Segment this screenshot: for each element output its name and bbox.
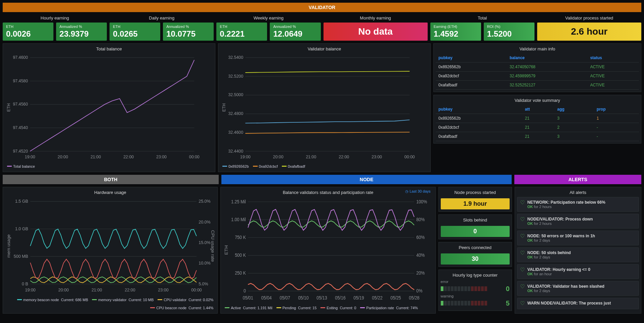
svg-text:97.4560: 97.4560 [13, 102, 28, 107]
svg-text:32.5200: 32.5200 [228, 74, 243, 79]
time-range-link[interactable]: ◷ Last 30 days [405, 189, 430, 194]
alert-item[interactable]: ♡ VALIDATOR: Validator has been slashed … [517, 281, 639, 296]
panel-vote-summary: Validator vote summary pubkeyattaggprop0… [433, 95, 641, 144]
svg-text:97.4520: 97.4520 [13, 149, 28, 154]
error-count: 0 [502, 285, 510, 293]
svg-text:32.4600: 32.4600 [228, 130, 243, 135]
svg-text:20:00: 20:00 [58, 287, 69, 292]
chart-participation: 0250 K500 K750 K1.00 Mil1.25 Mil0%20%40%… [223, 197, 433, 303]
alerts-list: ♡ NETWORK: Participation rate below 66% … [517, 197, 639, 311]
slots-value: 0 [441, 226, 510, 237]
svg-text:05/19: 05/19 [354, 295, 364, 300]
svg-text:22:00: 22:00 [123, 155, 134, 159]
panel-title: Hardware usage [5, 189, 215, 196]
stat-daily-ann: Annualized % 10.0775 [163, 23, 214, 41]
svg-text:97.4540: 97.4540 [13, 125, 28, 130]
banner-node: NODE [221, 175, 512, 184]
stat-title-daily: Daily earning [110, 15, 214, 21]
svg-text:21:00: 21:00 [306, 155, 316, 159]
peers-value: 30 [441, 253, 510, 265]
svg-text:1.25 Mil: 1.25 Mil [231, 199, 246, 204]
panel-total-balance[interactable]: Total balance 97.452097.454097.456097.45… [3, 43, 215, 172]
svg-text:20:00: 20:00 [273, 155, 284, 159]
alert-item[interactable]: ♡ WARN NODE/VALIDATOR: The process just [517, 298, 639, 309]
chart-total-balance: 97.452097.454097.456097.458097.460019:00… [5, 53, 213, 162]
svg-text:05/13: 05/13 [317, 295, 327, 300]
panel-participation[interactable]: Balance validators status and participat… [220, 187, 435, 314]
legend: memory beacon node Current: 686 MBmemory… [5, 296, 215, 311]
svg-text:250 K: 250 K [235, 270, 246, 276]
svg-text:60%: 60% [416, 235, 425, 240]
legend: Active Current: 1.191 MilPending Current… [223, 305, 433, 311]
svg-text:19:00: 19:00 [240, 155, 251, 159]
stat-title-monthly: Monthly earning [324, 15, 428, 21]
warn-count: 5 [502, 299, 510, 307]
svg-text:19:00: 19:00 [25, 155, 35, 159]
node-process-value: 1.9 hour [441, 198, 510, 209]
stat-hourly-eth: ETH 0.0026 [3, 23, 53, 41]
stat-title-weekly: Weekly earning [216, 15, 320, 21]
svg-text:05/04: 05/04 [261, 295, 272, 300]
svg-text:00:00: 00:00 [404, 155, 415, 159]
panel-slots-behind: Slots behind 0 [438, 214, 512, 239]
stat-title-hourly: Hourly earning [3, 15, 107, 21]
svg-text:23:00: 23:00 [156, 155, 167, 159]
svg-text:ETH: ETH [224, 245, 229, 255]
svg-text:32.4400: 32.4400 [228, 149, 243, 154]
svg-text:00:00: 00:00 [189, 155, 200, 159]
heart-icon: ♡ [520, 250, 525, 256]
svg-text:05/07: 05/07 [280, 295, 290, 300]
heart-icon: ♡ [520, 284, 525, 289]
gauge-error [441, 286, 500, 291]
chart-validator-balance: 32.440032.460032.480032.500032.520032.54… [220, 53, 428, 162]
table-main-info: pubkeybalancestatus0x8926562b32.47405076… [436, 53, 639, 90]
panel-alerts: All alerts ♡ NETWORK: Participation rate… [515, 187, 641, 314]
banner-alerts: ALERTS [514, 175, 641, 184]
svg-text:1.00 Mil: 1.00 Mil [231, 217, 246, 222]
stat-total-earn: Earning (ETH) 1.4592 [430, 23, 481, 41]
svg-text:05/22: 05/22 [372, 295, 383, 300]
gauge-warn [441, 301, 500, 306]
svg-text:20:00: 20:00 [58, 155, 68, 159]
panel-main-info: Validator main info pubkeybalancestatus0… [433, 43, 641, 92]
svg-text:19:00: 19:00 [25, 287, 35, 292]
panel-title: All alerts [517, 189, 639, 196]
panel-hardware[interactable]: Hardware usage 0 B500 MB1.0 GB1.5 GB5.0%… [3, 187, 218, 314]
svg-text:22:00: 22:00 [125, 287, 135, 292]
svg-text:500 K: 500 K [235, 252, 246, 258]
panel-node-process: Node process started 1.9 hour [438, 187, 512, 212]
alert-item[interactable]: ♡ NODE: 50 errors or 100 warns in 1h OK … [517, 231, 639, 245]
svg-text:5.0%: 5.0% [199, 281, 208, 286]
alert-item[interactable]: ♡ NETWORK: Participation rate below 66% … [517, 197, 639, 212]
svg-text:23:00: 23:00 [372, 155, 382, 159]
panel-title: Validator main info [436, 46, 639, 52]
svg-text:mem usage: mem usage [6, 234, 11, 257]
svg-text:ETH: ETH [6, 104, 11, 112]
alert-item[interactable]: ♡ NODE: 50 slots behind OK for 2 days [517, 247, 639, 262]
banner-both: BOTH [3, 175, 219, 184]
alert-item[interactable]: ♡ NODE/VALIDATOR: Process down OK for 2 … [517, 214, 639, 229]
stat-daily-eth: ETH 0.0265 [110, 23, 160, 41]
panel-title: Balance validators status and participat… [223, 189, 433, 196]
svg-text:1.5 GB: 1.5 GB [15, 199, 28, 204]
svg-text:0 B: 0 B [22, 281, 28, 286]
svg-text:32.4800: 32.4800 [228, 111, 243, 116]
svg-text:0: 0 [244, 288, 246, 293]
table-vote-summary: pubkeyattaggprop0x8926562b21310xa92dcbcf… [436, 105, 639, 141]
svg-text:22:00: 22:00 [339, 155, 349, 159]
panel-title: Total balance [5, 46, 213, 52]
panel-validator-balance[interactable]: Validator balance 32.440032.460032.48003… [218, 43, 431, 172]
stat-weekly-ann: Annualized % 12.0649 [270, 23, 320, 41]
svg-text:23:00: 23:00 [158, 287, 168, 292]
svg-text:80%: 80% [416, 217, 425, 222]
stat-weekly-eth: ETH 0.2221 [216, 23, 267, 41]
svg-text:20.0%: 20.0% [199, 219, 210, 224]
svg-text:05/01: 05/01 [243, 295, 253, 300]
heart-icon: ♡ [520, 267, 525, 273]
alert-item[interactable]: ♡ VALIDATOR: Hourly earning <= 0 OK for … [517, 264, 639, 279]
stat-uptime: 2.6 hour [537, 23, 641, 41]
svg-text:20%: 20% [416, 270, 425, 276]
svg-text:32.5400: 32.5400 [228, 55, 243, 60]
svg-text:CPU usage rate: CPU usage rate [210, 230, 215, 262]
panel-title: Validator balance [220, 46, 428, 52]
